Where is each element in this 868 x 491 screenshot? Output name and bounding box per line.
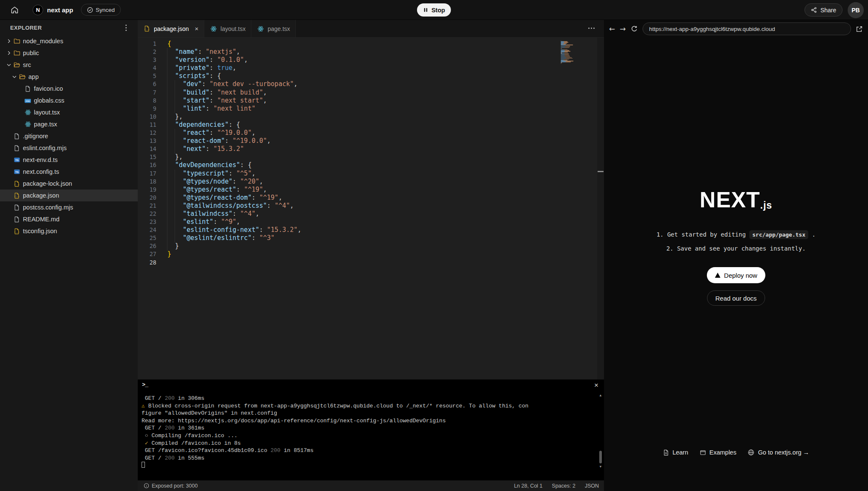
chevron-spacer xyxy=(6,228,12,234)
chevron-spacer xyxy=(17,97,23,104)
ts-icon: TS xyxy=(13,168,20,176)
language-mode-label[interactable]: JSON xyxy=(585,483,599,489)
line-number: 11 xyxy=(138,121,156,129)
terminal-line-4: Read more: https://nextjs.org/docs/app/a… xyxy=(142,417,593,425)
share-button[interactable]: Share xyxy=(804,3,843,17)
code-line-6: 6 "dev": "next dev --turbopack", xyxy=(138,80,604,88)
code-lines: 1{2 "name": "nextjs",3 "version": "0.1.0… xyxy=(138,40,604,267)
tree-item-tsconfig.json[interactable]: {..}tsconfig.json xyxy=(0,225,138,237)
exposed-port-label[interactable]: Exposed port: 3000 xyxy=(152,483,198,489)
chevron-spacer xyxy=(6,216,12,223)
terminal-line-3: figure "allowedDevOrigins" in next.confi… xyxy=(142,410,593,417)
code-line-9: 9 "lint": "next lint" xyxy=(138,105,604,113)
terminal-panel[interactable]: >_ × GET / 200 in 306ms⚠ Blocked cross-o… xyxy=(138,379,604,480)
tree-item-globals.css[interactable]: cssglobals.css xyxy=(0,95,138,106)
indentation-label[interactable]: Spaces: 2 xyxy=(552,483,576,489)
home-button[interactable] xyxy=(10,6,19,14)
terminal-scrollbar[interactable]: ▲ ▼ xyxy=(598,393,603,398)
tree-item-layout.tsx[interactable]: layout.tsx xyxy=(0,106,138,118)
cursor-position-label[interactable]: Ln 28, Col 1 xyxy=(514,483,542,489)
close-tab-icon[interactable]: × xyxy=(195,25,199,32)
indent-guide xyxy=(167,48,167,251)
user-avatar[interactable]: PB xyxy=(848,2,864,18)
tab-layout-tsx[interactable]: layout.tsx xyxy=(204,20,251,37)
tree-item-package-lock.json[interactable]: {..}package-lock.json xyxy=(0,178,138,190)
nextjs-org-link[interactable]: Go to nextjs.org → xyxy=(748,449,809,456)
code-line-1: 1{ xyxy=(138,40,604,48)
tree-item-eslint.config.mjs[interactable]: eslint.config.mjs xyxy=(0,142,138,154)
scroll-up-icon[interactable]: ▲ xyxy=(598,393,603,398)
top-bar: N next app Synced Stop Share PB xyxy=(0,0,868,20)
svg-text:{..}: {..} xyxy=(14,183,19,185)
tree-item-README.md[interactable]: README.md xyxy=(0,213,138,225)
tree-item-.gitignore[interactable]: .gitignore xyxy=(0,130,138,142)
json-icon: {..} xyxy=(13,180,20,187)
tree-item-next.config.ts[interactable]: TSnext.config.ts xyxy=(0,166,138,178)
minimap[interactable] xyxy=(561,40,594,65)
file-name: public xyxy=(23,50,39,56)
open-external-icon[interactable] xyxy=(856,25,863,33)
explorer-menu-icon[interactable] xyxy=(124,23,128,33)
file-name: next-env.d.ts xyxy=(23,156,58,163)
sync-status-badge[interactable]: Synced xyxy=(81,4,121,16)
tree-item-postcss.config.mjs[interactable]: postcss.config.mjs xyxy=(0,201,138,213)
react-icon xyxy=(24,109,31,116)
chevron-spacer xyxy=(17,121,23,128)
line-number: 12 xyxy=(138,129,156,137)
deploy-now-button[interactable]: Deploy now xyxy=(707,267,765,283)
json-icon: {..} xyxy=(13,228,20,235)
forward-icon[interactable]: → xyxy=(620,25,626,33)
line-number: 13 xyxy=(138,137,156,145)
line-number: 19 xyxy=(138,186,156,194)
tab-overflow-menu-icon[interactable] xyxy=(588,28,595,29)
learn-link[interactable]: Learn xyxy=(663,449,688,456)
scroll-down-icon[interactable]: ▼ xyxy=(598,464,603,469)
file-name: node_modules xyxy=(23,38,63,45)
terminal-output: GET / 200 in 306ms⚠ Blocked cross-origin… xyxy=(138,391,604,469)
code-editor[interactable]: 1{2 "name": "nextjs",3 "version": "0.1.0… xyxy=(138,38,604,379)
refresh-icon[interactable] xyxy=(631,25,638,33)
line-number: 10 xyxy=(138,113,156,121)
terminal-line-6: ○ Compiling /favicon.ico ... xyxy=(142,432,593,440)
json-icon: {..} xyxy=(13,192,20,199)
tree-item-package.json[interactable]: {..}package.json xyxy=(0,190,138,201)
code-line-22: 22 "tailwindcss": "^4", xyxy=(138,210,604,218)
chevron-spacer xyxy=(6,156,12,163)
chevron-spacer xyxy=(6,133,12,139)
chevron-down-icon xyxy=(6,61,12,68)
tab-page-tsx[interactable]: page.tsx xyxy=(251,20,296,37)
file-name: postcss.config.mjs xyxy=(23,204,73,211)
file-name: globals.css xyxy=(34,97,64,104)
code-line-13: 13 "react-dom": "^19.0.0", xyxy=(138,137,604,145)
document-icon xyxy=(663,449,669,456)
tree-item-src[interactable]: src xyxy=(0,59,138,71)
folder-icon xyxy=(13,50,20,57)
tree-item-next-env.d.ts[interactable]: TSnext-env.d.ts xyxy=(0,154,138,166)
examples-link[interactable]: Examples xyxy=(700,449,737,456)
tree-item-public[interactable]: public xyxy=(0,47,138,59)
overview-ruler[interactable] xyxy=(597,38,604,379)
line-number: 28 xyxy=(138,259,156,267)
code-line-8: 8 "start": "next start", xyxy=(138,97,604,105)
tree-item-page.tsx[interactable]: page.tsx xyxy=(0,118,138,130)
file-name: layout.tsx xyxy=(34,109,60,116)
tree-item-node_modules[interactable]: node_modules xyxy=(0,35,138,47)
scrollbar-thumb[interactable] xyxy=(599,451,602,463)
stop-button[interactable]: Stop xyxy=(417,3,451,17)
read-docs-button[interactable]: Read our docs xyxy=(707,290,765,306)
tree-item-favicon.ico[interactable]: favicon.ico xyxy=(0,83,138,95)
chevron-spacer xyxy=(6,168,12,175)
explorer-sidebar: EXPLORER node_modulespublicsrcappfavicon… xyxy=(0,20,138,491)
tree-item-app[interactable]: app xyxy=(0,71,138,83)
terminal-line-1: GET / 200 in 306ms xyxy=(142,395,593,402)
chevron-spacer xyxy=(6,204,12,211)
project-logo: N xyxy=(33,5,43,15)
code-line-19: 19 "@types/react": "^19", xyxy=(138,186,604,194)
file-name: README.md xyxy=(23,216,59,223)
file-icon xyxy=(13,145,20,152)
back-icon[interactable]: ← xyxy=(609,25,615,33)
svg-text:css: css xyxy=(26,100,30,102)
url-input[interactable]: https://next-app-a9ygghsqjtcl6tzwpw.qubi… xyxy=(643,22,851,35)
tab-package-json[interactable]: {..} package.json × xyxy=(138,20,204,37)
terminal-close-icon[interactable]: × xyxy=(594,382,598,389)
